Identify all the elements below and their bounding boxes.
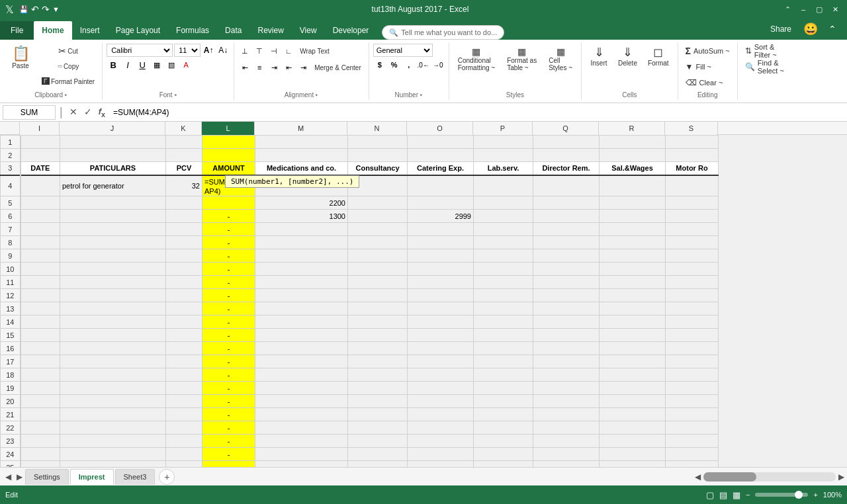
normal-view-btn[interactable]: ▢ bbox=[706, 490, 714, 500]
cell-5-i[interactable] bbox=[21, 196, 60, 210]
cell-7-k[interactable] bbox=[166, 223, 202, 236]
find-select-button[interactable]: 🔍 Find & Select ~ bbox=[742, 60, 787, 74]
tell-me-bar[interactable]: 🔍 Tell me what you want to do... bbox=[382, 25, 504, 40]
cell-18-l[interactable]: - bbox=[202, 368, 255, 382]
header-salwages[interactable]: Sal.&Wages bbox=[600, 162, 666, 175]
cell-16-l[interactable]: - bbox=[202, 342, 255, 355]
cell-17-l[interactable]: - bbox=[202, 355, 255, 368]
format-button[interactable]: ◻ Format bbox=[643, 44, 674, 69]
header-pcv[interactable]: PCV bbox=[166, 162, 202, 175]
alignment-expand-icon[interactable]: ‣ bbox=[315, 92, 318, 99]
cancel-formula-button[interactable]: ✕ bbox=[67, 106, 80, 118]
fill-button[interactable]: ▼ Fill ~ bbox=[682, 60, 715, 74]
tab-view[interactable]: View bbox=[292, 21, 325, 40]
align-right-button[interactable]: ⇥ bbox=[267, 62, 281, 73]
align-middle-button[interactable]: ⊤ bbox=[253, 45, 266, 57]
undo-icon[interactable]: ↶ bbox=[31, 4, 39, 15]
paste-button[interactable]: 📋 Paste bbox=[4, 44, 37, 72]
tab-home[interactable]: Home bbox=[34, 21, 71, 40]
increase-indent-button[interactable]: ⇥ bbox=[296, 62, 310, 73]
page-layout-btn[interactable]: ▤ bbox=[719, 490, 727, 500]
cell-2-l[interactable] bbox=[202, 149, 255, 162]
cell-21-l[interactable]: - bbox=[202, 408, 255, 421]
cell-22-l[interactable]: - bbox=[202, 421, 255, 435]
tab-developer[interactable]: Developer bbox=[325, 21, 377, 40]
cell-8-l[interactable]: - bbox=[202, 236, 255, 249]
cell-2-k[interactable] bbox=[166, 149, 202, 162]
cell-2-q[interactable] bbox=[533, 149, 600, 162]
cell-4-o[interactable] bbox=[408, 175, 474, 196]
cell-2-m[interactable] bbox=[255, 149, 348, 162]
sheet-tab-sheet3[interactable]: Sheet3 bbox=[115, 469, 156, 485]
col-header-j[interactable]: J bbox=[60, 122, 165, 135]
clipboard-expand-icon[interactable]: ‣ bbox=[64, 92, 67, 99]
cell-6-m[interactable]: 1300 bbox=[255, 210, 348, 223]
cell-styles-button[interactable]: ▦ Cell Styles ~ bbox=[544, 44, 577, 74]
cell-6-q[interactable] bbox=[533, 210, 600, 223]
cell-2-o[interactable] bbox=[408, 149, 474, 162]
cell-1-q[interactable] bbox=[533, 136, 600, 149]
scroll-left-icon[interactable]: ◀ bbox=[695, 472, 701, 482]
horizontal-scrollbar[interactable] bbox=[703, 472, 836, 482]
merge-center-button[interactable]: Merge & Center bbox=[311, 60, 365, 75]
col-header-m[interactable]: M bbox=[255, 122, 347, 135]
cell-6-n[interactable] bbox=[348, 210, 408, 223]
col-header-i[interactable]: I bbox=[20, 122, 60, 135]
cell-5-l[interactable] bbox=[202, 196, 255, 210]
maximize-btn[interactable]: ▢ bbox=[813, 3, 826, 16]
copy-button[interactable]: ⎓ Copy bbox=[38, 59, 98, 73]
add-sheet-button[interactable]: + bbox=[159, 469, 175, 485]
cell-4-p[interactable] bbox=[474, 175, 533, 196]
conditional-formatting-button[interactable]: ▦ Conditional Formatting ~ bbox=[453, 44, 500, 74]
cell-7-j[interactable] bbox=[60, 223, 166, 236]
cell-1-i[interactable] bbox=[21, 136, 60, 149]
cell-2-j[interactable] bbox=[60, 149, 166, 162]
border-button[interactable]: ▦ bbox=[150, 59, 163, 71]
font-size-select[interactable]: 11 21 bbox=[174, 44, 201, 57]
cell-1-o[interactable] bbox=[408, 136, 474, 149]
customize-icon[interactable]: ▼ bbox=[52, 5, 60, 13]
tab-file[interactable]: File bbox=[0, 21, 34, 40]
name-box[interactable] bbox=[3, 105, 56, 120]
underline-button[interactable]: U bbox=[136, 59, 149, 71]
col-header-k[interactable]: K bbox=[165, 122, 202, 135]
cell-1-j[interactable] bbox=[60, 136, 166, 149]
cut-button[interactable]: ✂ Cut bbox=[38, 44, 98, 58]
formula-input[interactable] bbox=[111, 108, 844, 117]
cell-5-r[interactable] bbox=[600, 196, 666, 210]
header-consultancy[interactable]: Consultancy bbox=[348, 162, 408, 175]
col-header-q[interactable]: Q bbox=[533, 122, 599, 135]
decrease-indent-button[interactable]: ⇤ bbox=[282, 62, 295, 73]
col-header-o[interactable]: O bbox=[407, 122, 473, 135]
wrap-text-button[interactable]: Wrap Text bbox=[296, 44, 333, 58]
insert-function-button[interactable]: fx bbox=[96, 106, 108, 118]
cell-5-n[interactable] bbox=[348, 196, 408, 210]
cell-1-r[interactable] bbox=[600, 136, 666, 149]
align-left-button[interactable]: ⇤ bbox=[238, 62, 251, 73]
cell-2-n[interactable] bbox=[348, 149, 408, 162]
tab-insert[interactable]: Insert bbox=[72, 21, 108, 40]
tab-formulas[interactable]: Formulas bbox=[168, 21, 217, 40]
feedback-icon[interactable]: 😀 bbox=[803, 22, 818, 36]
cell-9-l[interactable]: - bbox=[202, 249, 255, 263]
cell-6-p[interactable] bbox=[474, 210, 533, 223]
quick-access-toolbar[interactable]: 𝕏 💾 ↶ ↷ ▼ bbox=[5, 3, 60, 16]
fill-color-button[interactable]: ▧ bbox=[165, 59, 178, 71]
zoom-out-icon[interactable]: − bbox=[746, 491, 750, 499]
sort-filter-button[interactable]: ⇅ Sort & Filter ~ bbox=[742, 44, 780, 58]
col-header-l[interactable]: L bbox=[202, 122, 255, 135]
cell-23-l[interactable]: - bbox=[202, 435, 255, 448]
cell-6-s[interactable] bbox=[666, 210, 719, 223]
sign-in-button[interactable]: Sign in bbox=[732, 24, 758, 34]
header-lab[interactable]: Lab.serv. bbox=[474, 162, 533, 175]
cell-7-l[interactable]: - bbox=[202, 223, 255, 236]
cell-4-k[interactable]: 32 bbox=[166, 175, 202, 196]
cell-6-o[interactable]: 2999 bbox=[408, 210, 474, 223]
cell-1-n[interactable] bbox=[348, 136, 408, 149]
cell-6-k[interactable] bbox=[166, 210, 202, 223]
header-particulars[interactable]: PATICULARS bbox=[60, 162, 166, 175]
cell-10-l[interactable]: - bbox=[202, 263, 255, 276]
number-expand-icon[interactable]: ‣ bbox=[420, 92, 423, 99]
font-color-button[interactable]: A bbox=[179, 59, 193, 71]
cell-5-o[interactable] bbox=[408, 196, 474, 210]
